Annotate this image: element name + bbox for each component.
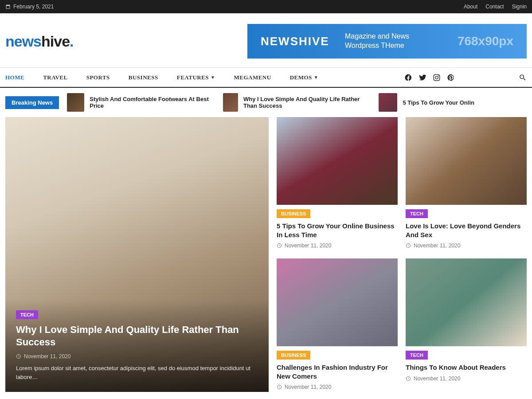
calendar-icon bbox=[5, 4, 11, 9]
breaking-news-label: Breaking News bbox=[5, 96, 59, 109]
clock-icon bbox=[277, 384, 282, 390]
article-card[interactable]: BUSINESS Challenges In Fashion Industry … bbox=[277, 258, 398, 390]
ticker-title: Why I Love Simple And Quality Life Rathe… bbox=[243, 96, 371, 109]
clock-icon bbox=[406, 243, 411, 248]
nav-demos[interactable]: DEMOS▼ bbox=[290, 74, 319, 81]
card-date: November 11, 2020 bbox=[285, 243, 331, 249]
header: newshive. NEWSHIVE Magazine and News Wor… bbox=[0, 13, 532, 67]
clock-icon bbox=[406, 376, 411, 381]
card-title: Challenges In Fashion Industry For New C… bbox=[277, 363, 398, 380]
article-card[interactable]: TECH Things To Know About Readers Novemb… bbox=[406, 258, 527, 382]
ticker-title: 5 Tips To Grow Your Onlin bbox=[403, 99, 474, 106]
card-meta: November 11, 2020 bbox=[406, 376, 527, 382]
clock-icon bbox=[277, 243, 282, 248]
ad-banner[interactable]: NEWSHIVE Magazine and News Wordpress THe… bbox=[247, 24, 527, 59]
logo-dot: . bbox=[70, 33, 73, 50]
article-card[interactable]: TECH Love Is Love: Love Beyond Genders A… bbox=[406, 117, 527, 249]
category-tag[interactable]: TECH bbox=[406, 351, 428, 360]
hero-date: November 11, 2020 bbox=[24, 353, 70, 360]
news-ticker: Breaking News Stylish And Comfortable Fo… bbox=[0, 88, 532, 117]
card-meta: November 11, 2020 bbox=[277, 243, 398, 249]
card-title: 5 Tips To Grow Your Online Business In L… bbox=[277, 222, 398, 239]
card-meta: November 11, 2020 bbox=[406, 243, 527, 249]
chevron-down-icon: ▼ bbox=[314, 75, 318, 80]
about-link[interactable]: About bbox=[464, 4, 477, 10]
ticker-thumb bbox=[223, 93, 238, 112]
hero-article[interactable]: TECH Why I Love Simple And Quality Life … bbox=[5, 117, 269, 392]
logo-news: news bbox=[5, 33, 41, 50]
navbar: HOME TRAVEL SPORTS BUSINESS FEATURES▼ ME… bbox=[0, 67, 532, 88]
banner-title: NEWSHIVE bbox=[261, 35, 340, 48]
search-icon[interactable] bbox=[519, 74, 527, 82]
twitter-icon[interactable] bbox=[419, 74, 426, 82]
column-2: BUSINESS 5 Tips To Grow Your Online Busi… bbox=[277, 117, 398, 399]
card-image bbox=[277, 117, 398, 205]
hero-title: Why I Love Simple And Quality Life Rathe… bbox=[16, 324, 258, 349]
ticker-item[interactable]: Why I Love Simple And Quality Life Rathe… bbox=[223, 93, 371, 112]
banner-dimensions: 768x90px bbox=[458, 34, 513, 48]
card-image bbox=[277, 258, 398, 346]
category-tag[interactable]: TECH bbox=[406, 209, 428, 218]
content-grid: TECH Why I Love Simple And Quality Life … bbox=[0, 117, 532, 399]
hero-excerpt: Lorem ipsum dolor sit amet, consectetur … bbox=[16, 364, 258, 381]
pinterest-icon[interactable] bbox=[447, 74, 455, 82]
topbar-links: About Contact Signin bbox=[464, 4, 527, 10]
column-3: TECH Love Is Love: Love Beyond Genders A… bbox=[406, 117, 527, 399]
nav-features[interactable]: FEATURES▼ bbox=[177, 74, 215, 81]
category-tag[interactable]: TECH bbox=[16, 310, 38, 319]
instagram-icon[interactable] bbox=[433, 74, 441, 82]
nav-travel[interactable]: TRAVEL bbox=[43, 74, 68, 81]
logo-hive: hive bbox=[41, 33, 70, 50]
facebook-icon[interactable] bbox=[404, 74, 412, 82]
clock-icon bbox=[16, 354, 21, 359]
card-title: Things To Know About Readers bbox=[406, 363, 527, 372]
ticker-item[interactable]: 5 Tips To Grow Your Onlin bbox=[379, 93, 527, 112]
card-date: November 11, 2020 bbox=[414, 243, 460, 249]
card-title: Love Is Love: Love Beyond Genders And Se… bbox=[406, 222, 527, 239]
nav-megamenu[interactable]: MEGAMENU bbox=[234, 74, 271, 81]
topbar-date: February 5, 2021 bbox=[5, 4, 54, 10]
topbar: February 5, 2021 About Contact Signin bbox=[0, 0, 532, 13]
nav-sports[interactable]: SPORTS bbox=[86, 74, 110, 81]
nav-menu: HOME TRAVEL SPORTS BUSINESS FEATURES▼ ME… bbox=[5, 74, 318, 81]
signin-link[interactable]: Signin bbox=[512, 4, 527, 10]
card-image bbox=[406, 117, 527, 205]
ticker-thumb bbox=[67, 93, 84, 112]
logo[interactable]: newshive. bbox=[5, 33, 74, 50]
card-date: November 11, 2020 bbox=[414, 376, 460, 382]
card-meta: November 11, 2020 bbox=[277, 384, 398, 390]
category-tag[interactable]: BUSINESS bbox=[277, 209, 310, 218]
article-card[interactable]: BUSINESS 5 Tips To Grow Your Online Busi… bbox=[277, 117, 398, 249]
ticker-thumb bbox=[379, 93, 397, 112]
chevron-down-icon: ▼ bbox=[211, 75, 215, 80]
ticker-item[interactable]: Stylish And Comfortable Footwears At Bes… bbox=[67, 93, 215, 112]
hero-overlay: TECH Why I Love Simple And Quality Life … bbox=[5, 300, 269, 392]
banner-subtitle: Magazine and News Wordpress THeme bbox=[340, 32, 458, 51]
contact-link[interactable]: Contact bbox=[485, 4, 504, 10]
nav-right bbox=[404, 74, 527, 82]
nav-business[interactable]: BUSINESS bbox=[129, 74, 158, 81]
card-date: November 11, 2020 bbox=[285, 384, 331, 390]
card-image bbox=[406, 258, 527, 346]
date-text: February 5, 2021 bbox=[13, 4, 54, 10]
ticker-title: Stylish And Comfortable Footwears At Bes… bbox=[90, 96, 215, 109]
category-tag[interactable]: BUSINESS bbox=[277, 351, 310, 360]
hero-meta: November 11, 2020 bbox=[16, 353, 258, 360]
nav-home[interactable]: HOME bbox=[5, 74, 24, 81]
